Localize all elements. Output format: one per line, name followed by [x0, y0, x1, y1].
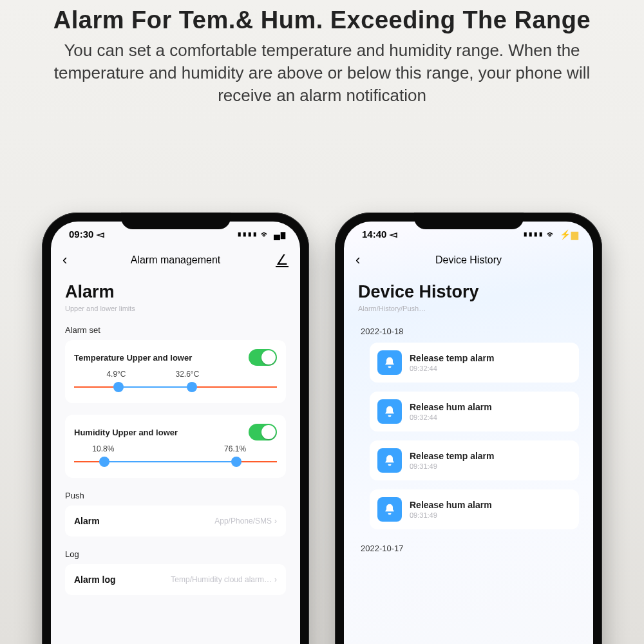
chevron-right-icon: › [274, 516, 277, 526]
nav-title: Alarm management [78, 254, 273, 266]
temperature-high-value: 32.6°C [176, 370, 200, 379]
bell-icon [377, 350, 402, 375]
status-time: 09:30 ◅ [69, 229, 104, 240]
app-nav: ‹ Alarm management ∠ [51, 247, 300, 273]
humidity-range-label: Humidity Upper and lower [74, 428, 178, 437]
nav-title: Device History [371, 254, 566, 266]
humidity-high-thumb[interactable] [231, 457, 242, 467]
temperature-range-slider[interactable] [74, 383, 277, 392]
marketing-title: Alarm For Tem.& Hum. Exceeding The Range [39, 6, 605, 34]
history-item-time: 09:31:49 [410, 462, 495, 470]
alarm-log-label: Alarm log [74, 574, 116, 585]
wifi-icon: ᯤ [547, 229, 556, 240]
page-subtitle: Alarm/History/Push… [358, 305, 579, 312]
alarm-log-hint: Temp/Humidity cloud alarm… › [171, 575, 277, 584]
status-icons: ▮▮▮▮ ᯤ ⚡▆ [523, 229, 579, 240]
row-alarm-log[interactable]: Alarm log Temp/Humidity cloud alarm… › [65, 564, 286, 595]
status-icons: ▮▮▮▮ ᯤ ▄▆ [237, 229, 286, 240]
humidity-high-value: 76.1% [224, 444, 246, 453]
temperature-low-value: 4.9°C [106, 370, 126, 379]
temperature-range-label: Temperature Upper and lower [74, 353, 192, 363]
page-title: Alarm [65, 282, 286, 302]
battery-charging-icon: ⚡▆ [560, 229, 579, 240]
battery-icon: ▄▆ [274, 229, 286, 240]
history-item-time: 09:32:44 [410, 365, 495, 372]
humidity-alarm-toggle[interactable] [249, 424, 277, 440]
history-item-time: 09:32:44 [410, 413, 492, 421]
page-title: Device History [358, 282, 579, 302]
history-date: 2022-10-17 [361, 544, 579, 553]
signal-icon: ▮▮▮▮ [523, 229, 544, 240]
history-item-time: 09:31:49 [410, 511, 492, 519]
history-item-title: Release hum alarm [410, 402, 492, 412]
bell-icon [377, 448, 402, 473]
card-temperature-range: Temperature Upper and lower 4.9°C 32.6°C [65, 340, 286, 403]
bell-icon [377, 399, 402, 424]
page-subtitle: Upper and lower limits [65, 305, 286, 312]
history-item[interactable]: Release temp alarm09:31:49 [370, 440, 579, 480]
history-item[interactable]: Release hum alarm09:31:49 [370, 489, 579, 529]
section-alarm-set: Alarm set [65, 325, 286, 335]
row-push-alarm[interactable]: Alarm App/Phone/SMS › [65, 506, 286, 536]
section-log: Log [65, 549, 286, 559]
humidity-range-slider[interactable] [74, 457, 277, 466]
humidity-low-thumb[interactable] [99, 457, 109, 467]
history-item-title: Release hum alarm [410, 500, 492, 510]
wifi-icon: ᯤ [261, 229, 270, 240]
temperature-high-thumb[interactable] [187, 382, 197, 392]
history-item[interactable]: Release temp alarm09:32:44 [370, 343, 579, 383]
history-item-title: Release temp alarm [410, 451, 495, 461]
status-time: 14:40 ◅ [362, 229, 397, 240]
edit-button[interactable]: ∠ [273, 252, 289, 269]
history-date: 2022-10-18 [361, 327, 579, 336]
back-button[interactable]: ‹ [355, 252, 371, 269]
chevron-right-icon: › [274, 575, 277, 584]
section-push: Push [65, 491, 286, 500]
phone-alarm-management: 09:30 ◅ ▮▮▮▮ ᯤ ▄▆ ‹ Alarm management ∠ A… [42, 213, 309, 644]
push-alarm-label: Alarm [74, 516, 100, 526]
humidity-low-value: 10.8% [92, 444, 114, 453]
temperature-low-thumb[interactable] [113, 382, 124, 392]
app-nav: ‹ Device History [344, 247, 593, 273]
bell-icon [377, 497, 402, 522]
temperature-alarm-toggle[interactable] [249, 349, 277, 366]
card-humidity-range: Humidity Upper and lower 10.8% 76.1% [65, 415, 286, 478]
marketing-subtitle: You can set a comfortable temperature an… [39, 39, 605, 107]
history-item[interactable]: Release hum alarm09:32:44 [370, 392, 579, 431]
phone-device-history: 14:40 ◅ ▮▮▮▮ ᯤ ⚡▆ ‹ Device History Devic… [335, 213, 602, 644]
push-alarm-hint: App/Phone/SMS › [214, 516, 277, 526]
back-button[interactable]: ‹ [62, 252, 78, 269]
history-item-title: Release temp alarm [410, 353, 495, 363]
signal-icon: ▮▮▮▮ [237, 229, 258, 240]
